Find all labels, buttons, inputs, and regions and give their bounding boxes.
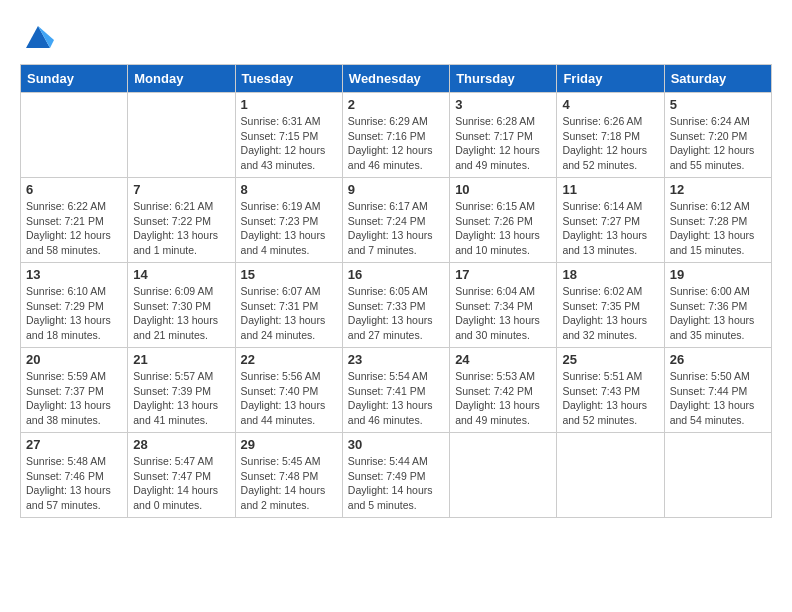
day-info: Sunrise: 6:02 AMSunset: 7:35 PMDaylight:… (562, 284, 658, 343)
day-info: Sunrise: 6:28 AMSunset: 7:17 PMDaylight:… (455, 114, 551, 173)
day-info: Sunrise: 6:26 AMSunset: 7:18 PMDaylight:… (562, 114, 658, 173)
day-number: 5 (670, 97, 766, 112)
header-thursday: Thursday (450, 65, 557, 93)
logo (20, 20, 54, 48)
day-number: 11 (562, 182, 658, 197)
day-number: 7 (133, 182, 229, 197)
day-info: Sunrise: 5:47 AMSunset: 7:47 PMDaylight:… (133, 454, 229, 513)
day-info: Sunrise: 6:15 AMSunset: 7:26 PMDaylight:… (455, 199, 551, 258)
calendar-cell: 26Sunrise: 5:50 AMSunset: 7:44 PMDayligh… (664, 348, 771, 433)
day-info: Sunrise: 5:59 AMSunset: 7:37 PMDaylight:… (26, 369, 122, 428)
calendar-cell: 28Sunrise: 5:47 AMSunset: 7:47 PMDayligh… (128, 433, 235, 518)
day-info: Sunrise: 6:22 AMSunset: 7:21 PMDaylight:… (26, 199, 122, 258)
calendar-cell (557, 433, 664, 518)
calendar-cell: 5Sunrise: 6:24 AMSunset: 7:20 PMDaylight… (664, 93, 771, 178)
day-info: Sunrise: 6:09 AMSunset: 7:30 PMDaylight:… (133, 284, 229, 343)
calendar-week-row: 1Sunrise: 6:31 AMSunset: 7:15 PMDaylight… (21, 93, 772, 178)
day-number: 15 (241, 267, 337, 282)
day-number: 14 (133, 267, 229, 282)
day-info: Sunrise: 5:57 AMSunset: 7:39 PMDaylight:… (133, 369, 229, 428)
calendar-cell (450, 433, 557, 518)
day-number: 27 (26, 437, 122, 452)
header-sunday: Sunday (21, 65, 128, 93)
day-number: 9 (348, 182, 444, 197)
day-number: 13 (26, 267, 122, 282)
day-info: Sunrise: 6:14 AMSunset: 7:27 PMDaylight:… (562, 199, 658, 258)
day-info: Sunrise: 5:51 AMSunset: 7:43 PMDaylight:… (562, 369, 658, 428)
calendar-week-row: 20Sunrise: 5:59 AMSunset: 7:37 PMDayligh… (21, 348, 772, 433)
day-number: 28 (133, 437, 229, 452)
calendar-cell: 18Sunrise: 6:02 AMSunset: 7:35 PMDayligh… (557, 263, 664, 348)
header-saturday: Saturday (664, 65, 771, 93)
header (20, 20, 772, 48)
calendar-cell: 20Sunrise: 5:59 AMSunset: 7:37 PMDayligh… (21, 348, 128, 433)
header-tuesday: Tuesday (235, 65, 342, 93)
page-container: Sunday Monday Tuesday Wednesday Thursday… (20, 20, 772, 518)
day-number: 25 (562, 352, 658, 367)
calendar-cell: 24Sunrise: 5:53 AMSunset: 7:42 PMDayligh… (450, 348, 557, 433)
header-wednesday: Wednesday (342, 65, 449, 93)
calendar-cell: 25Sunrise: 5:51 AMSunset: 7:43 PMDayligh… (557, 348, 664, 433)
calendar-week-row: 6Sunrise: 6:22 AMSunset: 7:21 PMDaylight… (21, 178, 772, 263)
day-info: Sunrise: 6:04 AMSunset: 7:34 PMDaylight:… (455, 284, 551, 343)
calendar-cell: 12Sunrise: 6:12 AMSunset: 7:28 PMDayligh… (664, 178, 771, 263)
day-number: 2 (348, 97, 444, 112)
weekday-header-row: Sunday Monday Tuesday Wednesday Thursday… (21, 65, 772, 93)
calendar-cell: 11Sunrise: 6:14 AMSunset: 7:27 PMDayligh… (557, 178, 664, 263)
calendar-cell: 29Sunrise: 5:45 AMSunset: 7:48 PMDayligh… (235, 433, 342, 518)
calendar-cell: 14Sunrise: 6:09 AMSunset: 7:30 PMDayligh… (128, 263, 235, 348)
day-number: 19 (670, 267, 766, 282)
calendar-cell: 22Sunrise: 5:56 AMSunset: 7:40 PMDayligh… (235, 348, 342, 433)
calendar-cell (21, 93, 128, 178)
day-info: Sunrise: 5:50 AMSunset: 7:44 PMDaylight:… (670, 369, 766, 428)
calendar-cell: 23Sunrise: 5:54 AMSunset: 7:41 PMDayligh… (342, 348, 449, 433)
header-monday: Monday (128, 65, 235, 93)
calendar-cell (128, 93, 235, 178)
day-number: 4 (562, 97, 658, 112)
day-info: Sunrise: 6:17 AMSunset: 7:24 PMDaylight:… (348, 199, 444, 258)
day-info: Sunrise: 5:48 AMSunset: 7:46 PMDaylight:… (26, 454, 122, 513)
day-info: Sunrise: 5:56 AMSunset: 7:40 PMDaylight:… (241, 369, 337, 428)
calendar-cell: 8Sunrise: 6:19 AMSunset: 7:23 PMDaylight… (235, 178, 342, 263)
day-info: Sunrise: 6:07 AMSunset: 7:31 PMDaylight:… (241, 284, 337, 343)
day-info: Sunrise: 5:45 AMSunset: 7:48 PMDaylight:… (241, 454, 337, 513)
day-number: 3 (455, 97, 551, 112)
calendar-cell: 15Sunrise: 6:07 AMSunset: 7:31 PMDayligh… (235, 263, 342, 348)
day-number: 24 (455, 352, 551, 367)
day-number: 12 (670, 182, 766, 197)
day-number: 6 (26, 182, 122, 197)
day-info: Sunrise: 6:29 AMSunset: 7:16 PMDaylight:… (348, 114, 444, 173)
calendar-cell: 30Sunrise: 5:44 AMSunset: 7:49 PMDayligh… (342, 433, 449, 518)
day-info: Sunrise: 6:12 AMSunset: 7:28 PMDaylight:… (670, 199, 766, 258)
day-number: 30 (348, 437, 444, 452)
day-info: Sunrise: 6:21 AMSunset: 7:22 PMDaylight:… (133, 199, 229, 258)
day-info: Sunrise: 5:54 AMSunset: 7:41 PMDaylight:… (348, 369, 444, 428)
day-number: 20 (26, 352, 122, 367)
calendar-cell (664, 433, 771, 518)
day-number: 17 (455, 267, 551, 282)
logo-icon (22, 20, 54, 52)
day-info: Sunrise: 6:05 AMSunset: 7:33 PMDaylight:… (348, 284, 444, 343)
calendar-cell: 2Sunrise: 6:29 AMSunset: 7:16 PMDaylight… (342, 93, 449, 178)
day-info: Sunrise: 5:53 AMSunset: 7:42 PMDaylight:… (455, 369, 551, 428)
calendar-cell: 3Sunrise: 6:28 AMSunset: 7:17 PMDaylight… (450, 93, 557, 178)
calendar-cell: 10Sunrise: 6:15 AMSunset: 7:26 PMDayligh… (450, 178, 557, 263)
header-friday: Friday (557, 65, 664, 93)
calendar-cell: 19Sunrise: 6:00 AMSunset: 7:36 PMDayligh… (664, 263, 771, 348)
day-number: 23 (348, 352, 444, 367)
day-info: Sunrise: 6:10 AMSunset: 7:29 PMDaylight:… (26, 284, 122, 343)
calendar-week-row: 13Sunrise: 6:10 AMSunset: 7:29 PMDayligh… (21, 263, 772, 348)
day-number: 1 (241, 97, 337, 112)
calendar-week-row: 27Sunrise: 5:48 AMSunset: 7:46 PMDayligh… (21, 433, 772, 518)
day-number: 22 (241, 352, 337, 367)
calendar-cell: 17Sunrise: 6:04 AMSunset: 7:34 PMDayligh… (450, 263, 557, 348)
day-info: Sunrise: 6:31 AMSunset: 7:15 PMDaylight:… (241, 114, 337, 173)
calendar-cell: 6Sunrise: 6:22 AMSunset: 7:21 PMDaylight… (21, 178, 128, 263)
day-info: Sunrise: 6:19 AMSunset: 7:23 PMDaylight:… (241, 199, 337, 258)
day-info: Sunrise: 6:00 AMSunset: 7:36 PMDaylight:… (670, 284, 766, 343)
day-number: 18 (562, 267, 658, 282)
day-info: Sunrise: 5:44 AMSunset: 7:49 PMDaylight:… (348, 454, 444, 513)
day-number: 29 (241, 437, 337, 452)
day-info: Sunrise: 6:24 AMSunset: 7:20 PMDaylight:… (670, 114, 766, 173)
calendar-cell: 27Sunrise: 5:48 AMSunset: 7:46 PMDayligh… (21, 433, 128, 518)
